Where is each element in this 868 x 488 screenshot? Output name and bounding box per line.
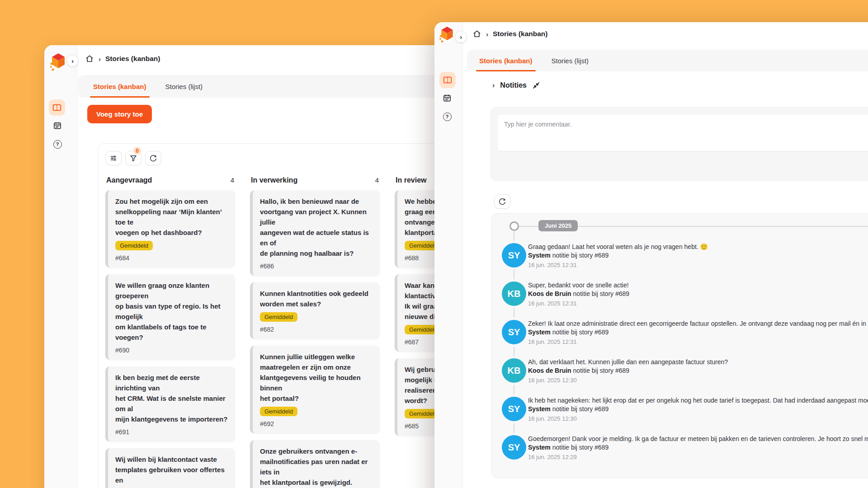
- help-icon: ?: [443, 113, 452, 121]
- story-card[interactable]: Wij willen bij klantcontact vaste templa…: [105, 448, 235, 488]
- display-settings-button[interactable]: [105, 151, 122, 165]
- sidebar-item-calendar[interactable]: [52, 121, 62, 131]
- sidebar: › ?: [434, 22, 463, 488]
- help-icon: ?: [53, 140, 62, 149]
- note-entry: KB Ah, dat verklaart het. Kunnen jullie …: [492, 358, 868, 385]
- sidebar-item-help[interactable]: ?: [442, 112, 452, 122]
- refresh-icon: [149, 154, 157, 162]
- collapse-icon[interactable]: [532, 81, 540, 89]
- note-entry: SY Goedemorgen! Dank voor je melding. Ik…: [492, 435, 868, 462]
- breadcrumb: › Stories (kanban): [85, 54, 160, 63]
- column-title: Aangevraagd: [106, 176, 152, 184]
- story-card[interactable]: Hallo, ik ben benieuwd naar de voortgang…: [250, 190, 380, 276]
- note-ref: notitie bij story #689: [552, 252, 609, 259]
- note-timestamp: 16 jun. 2025 12:30: [528, 377, 728, 384]
- card-text: Hallo, ik ben benieuwd naar de voortgang…: [260, 196, 373, 258]
- refresh-icon: [498, 197, 506, 206]
- chevron-right-icon: ›: [99, 55, 101, 63]
- note-entry: SY Graag gedaan! Laat het vooral weten a…: [492, 243, 868, 270]
- story-card[interactable]: Kunnen jullie uitleggen welke maatregele…: [250, 346, 380, 433]
- tab-stories-kanban[interactable]: Stories (kanban): [84, 75, 156, 98]
- card-text: Onze gebruikers ontvangen e- mailnotific…: [260, 446, 373, 488]
- notes-section-header: › Notities: [492, 81, 540, 89]
- tab-stories-kanban[interactable]: Stories (kanban): [470, 50, 542, 71]
- breadcrumb-current: Stories (kanban): [105, 55, 160, 63]
- app-logo-icon: [439, 26, 454, 44]
- chevron-right-icon[interactable]: ›: [492, 81, 495, 89]
- sidebar: › ?: [44, 45, 77, 488]
- breadcrumb: › Stories (kanban): [472, 29, 547, 38]
- note-ref: notitie bij story #689: [552, 405, 609, 413]
- note-timestamp: 16 jun. 2025 12:31: [528, 300, 629, 307]
- card-text: Kunnen klantnotities ook gedeeld worden …: [260, 288, 373, 309]
- avatar: KB: [502, 282, 526, 306]
- chevron-right-icon: ›: [71, 57, 74, 65]
- home-icon[interactable]: [85, 54, 94, 63]
- avatar: SY: [502, 435, 526, 460]
- avatar: SY: [502, 320, 526, 344]
- timeline-month-chip: Juni 2025: [538, 220, 578, 231]
- tab-bar: Stories (kanban) Stories (lijst): [467, 50, 868, 71]
- card-id: #690: [115, 347, 228, 354]
- comment-panel: [491, 107, 868, 181]
- note-author: System: [528, 252, 551, 259]
- sidebar-expand-button[interactable]: ›: [66, 55, 79, 67]
- tab-stories-lijst[interactable]: Stories (lijst): [156, 75, 212, 98]
- note-message: Graag gedaan! Laat het vooral weten als …: [528, 243, 708, 250]
- sidebar-item-calendar[interactable]: [442, 93, 452, 103]
- card-text: Zou het mogelijk zijn om een snelkoppeli…: [115, 196, 228, 238]
- column-count: 4: [231, 176, 234, 184]
- card-text: We willen graag onze klanten groeperen o…: [115, 280, 228, 343]
- sidebar-item-help[interactable]: ?: [52, 139, 62, 149]
- story-card[interactable]: Zou het mogelijk zijn om een snelkoppeli…: [105, 190, 235, 267]
- story-card[interactable]: Onze gebruikers ontvangen e- mailnotific…: [250, 440, 380, 488]
- calendar-icon: [53, 121, 62, 130]
- notes-window: › ?: [434, 22, 868, 488]
- comment-input[interactable]: [498, 115, 868, 151]
- sidebar-item-stories[interactable]: [439, 72, 456, 88]
- note-entry: KB Super, bedankt voor de snelle actie! …: [492, 282, 868, 309]
- column-count: 4: [375, 176, 379, 184]
- sliders-icon: [109, 154, 118, 162]
- ticket-icon: [443, 75, 453, 85]
- note-author: Koos de Bruin: [528, 290, 571, 297]
- priority-badge: Gemiddeld: [260, 312, 297, 322]
- sidebar-item-stories[interactable]: [49, 99, 65, 116]
- note-message: Ah, dat verklaart het. Kunnen jullie dan…: [528, 358, 728, 366]
- avatar: KB: [502, 358, 526, 383]
- note-author: System: [528, 328, 551, 336]
- note-ref: notitie bij story #689: [573, 367, 630, 374]
- sidebar-expand-button[interactable]: ›: [455, 31, 467, 43]
- refresh-button[interactable]: [145, 151, 161, 165]
- story-card[interactable]: Kunnen klantnotities ook gedeeld worden …: [250, 282, 380, 339]
- tab-stories-lijst[interactable]: Stories (lijst): [542, 50, 599, 71]
- note-ref: notitie bij story #689: [552, 444, 609, 451]
- refresh-notes-button[interactable]: [494, 194, 510, 209]
- card-text: Kunnen jullie uitleggen welke maatregele…: [260, 352, 373, 404]
- note-message: Super, bedankt voor de snelle actie!: [528, 282, 629, 289]
- card-id: #682: [260, 326, 373, 333]
- story-card[interactable]: Ik ben bezig met de eerste inrichting va…: [105, 366, 235, 441]
- ticket-icon: [52, 103, 62, 113]
- add-story-button[interactable]: Voeg story toe: [87, 105, 152, 123]
- filter-funnel-icon: [129, 154, 137, 162]
- filter-count-badge: 0: [133, 147, 141, 155]
- section-title: Notities: [500, 81, 527, 89]
- breadcrumb-current: Stories (kanban): [493, 30, 547, 38]
- story-card[interactable]: We willen graag onze klanten groeperen o…: [105, 274, 235, 360]
- note-ref: notitie bij story #689: [573, 290, 630, 297]
- card-text: Wij willen bij klantcontact vaste templa…: [115, 454, 228, 488]
- column-title: In verwerking: [251, 176, 297, 184]
- chevron-right-icon: ›: [460, 33, 462, 41]
- note-entry: SY Zeker! Ik laat onze administratie dir…: [492, 320, 868, 347]
- home-icon[interactable]: [472, 29, 481, 38]
- desktop-background: › ?: [0, 0, 868, 488]
- notes-timeline: Juni 2025 SY Graag gedaan! Laat het voor…: [491, 213, 868, 478]
- note-timestamp: 16 jun. 2025 12:29: [528, 454, 868, 460]
- filter-button[interactable]: 0: [125, 151, 142, 165]
- card-id: #691: [115, 428, 228, 436]
- chevron-right-icon: ›: [486, 30, 488, 38]
- note-timestamp: 16 jun. 2025 12:31: [528, 262, 708, 268]
- column-in-verwerking: In verwerking 4 Hallo, ik ben benieuwd n…: [250, 176, 380, 488]
- note-message: Zeker! Ik laat onze administratie direct…: [528, 320, 868, 327]
